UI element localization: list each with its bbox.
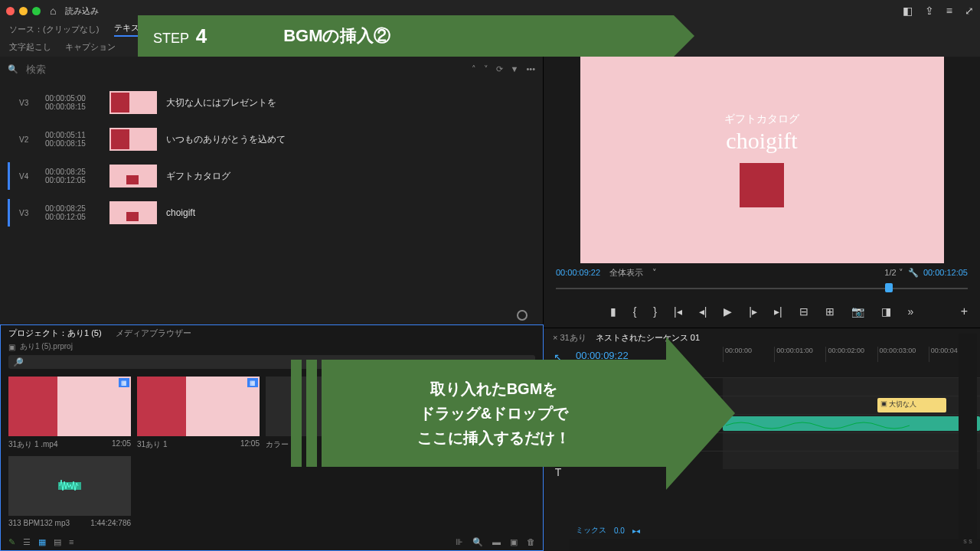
wrench-icon[interactable]: 🔧 bbox=[908, 268, 919, 277]
hand-tool-icon[interactable]: ✋ bbox=[552, 443, 565, 455]
timeline-track-a3[interactable]: A3MS🎤 bbox=[570, 451, 980, 469]
menu-icon[interactable]: ≡ bbox=[946, 5, 952, 17]
track-select-icon[interactable]: ⇥ bbox=[554, 374, 563, 386]
timeline-track-v1[interactable]: V1⊡ ▣ 大切な人 bbox=[570, 396, 980, 414]
project-tab[interactable]: プロジェクト：あり1 (5) bbox=[8, 328, 102, 339]
export-frame-icon[interactable]: 📷 bbox=[851, 305, 864, 318]
trash-icon[interactable]: 🗑 bbox=[527, 537, 535, 547]
project-search[interactable]: 🔎 ▭ bbox=[8, 355, 535, 369]
chevron-down-icon[interactable]: ˅ bbox=[899, 268, 903, 277]
mic-icon[interactable]: 🎤 bbox=[616, 456, 626, 465]
workspace-icon[interactable]: ◧ bbox=[903, 5, 913, 17]
project-grid: ▦31あり 1 .mp412:05▦31あり 112:05カラーネストされたシー… bbox=[1, 370, 543, 533]
program-video: ギフトカタログ choigift bbox=[580, 57, 944, 263]
source-none-tab[interactable]: ソース：(クリップなし) bbox=[9, 24, 99, 35]
go-out-icon[interactable]: ▸| bbox=[774, 305, 782, 318]
timeline-track-a2[interactable]: A2MS🎤 bbox=[570, 432, 980, 451]
lift-icon[interactable]: ⊟ bbox=[799, 305, 808, 318]
caption-scrubber[interactable] bbox=[0, 306, 543, 324]
transcribe-tab[interactable]: 文字起こし bbox=[9, 41, 51, 53]
add-marker-icon[interactable]: ▮ bbox=[610, 305, 616, 318]
pen-tool-icon[interactable]: ✎ bbox=[554, 420, 563, 432]
timeline-track-a1[interactable]: A1MS🎤 bbox=[570, 414, 980, 432]
new-item-icon[interactable]: ▣ bbox=[510, 537, 518, 547]
program-scale[interactable]: 1/2 bbox=[884, 268, 896, 277]
timeline-track-v2[interactable]: V2⊡ bbox=[570, 377, 980, 396]
loading-label: 読み込み bbox=[65, 5, 99, 17]
program-timecode-left[interactable]: 00:00:09:22 bbox=[556, 268, 600, 277]
freeform-icon[interactable]: ▤ bbox=[54, 537, 61, 547]
mark-in-icon[interactable]: { bbox=[633, 305, 637, 318]
project-item[interactable]: ▦31あり 1 .mp412:05 bbox=[8, 377, 131, 450]
program-slider[interactable] bbox=[556, 282, 968, 295]
settings-icon[interactable]: ⚙ bbox=[616, 364, 624, 376]
playhead-icon[interactable] bbox=[885, 283, 893, 292]
ripple-icon[interactable]: ✂ bbox=[554, 397, 563, 409]
chevron-down-icon[interactable]: ˅ bbox=[652, 268, 657, 278]
maximize-window[interactable] bbox=[32, 7, 41, 15]
timeline-ruler[interactable]: 00:00:0000:00:01:0000:00:02:0000:00:03:0… bbox=[723, 347, 980, 362]
link-icon[interactable]: ⌇ bbox=[597, 364, 601, 376]
bin-icon[interactable]: ▣ bbox=[8, 343, 15, 351]
list-view-icon[interactable]: ☰ bbox=[23, 537, 31, 547]
close-window[interactable] bbox=[6, 7, 15, 15]
timeline-tab-2[interactable]: ネストされたシーケンス 01 bbox=[596, 332, 700, 344]
timeline-timecode[interactable]: 00:00:09:22 bbox=[576, 350, 717, 361]
extract-icon[interactable]: ⊞ bbox=[825, 305, 835, 318]
search-icon[interactable]: 🔍 bbox=[8, 64, 18, 74]
more-icon[interactable]: ••• bbox=[526, 64, 535, 73]
transport-controls: ▮ { } |◂ ◂| ▶ |▸ ▸| ⊟ ⊞ 📷 ◨ » + bbox=[556, 295, 968, 328]
media-browser-tab[interactable]: メディアブラウザー bbox=[116, 328, 191, 339]
marker-nav-icon[interactable]: ◆ bbox=[606, 364, 612, 376]
automate-icon[interactable]: ⊪ bbox=[456, 537, 463, 547]
caption-item[interactable]: V3 00:00:08:2500:00:12:05 choigift bbox=[0, 194, 543, 231]
add-button-icon[interactable]: + bbox=[961, 305, 968, 318]
more-transport-icon[interactable]: » bbox=[908, 305, 914, 318]
filter-icon[interactable]: ▼ bbox=[511, 64, 519, 73]
mic-icon[interactable]: 🎤 bbox=[616, 419, 626, 428]
mix-label: ミックス bbox=[576, 525, 606, 536]
caption-item[interactable]: V4 00:00:08:2500:00:12:05 ギフトカタログ bbox=[0, 158, 543, 194]
fullscreen-icon[interactable]: ⤢ bbox=[965, 5, 974, 17]
mark-out-icon[interactable]: } bbox=[653, 305, 657, 318]
program-zoom[interactable]: 全体表示 bbox=[609, 267, 643, 279]
audio-meters: s s bbox=[959, 334, 977, 548]
home-icon[interactable]: ⌂ bbox=[50, 5, 56, 17]
mix-value[interactable]: 0.0 bbox=[614, 527, 625, 535]
find-icon[interactable]: 🔍 bbox=[472, 537, 483, 547]
caption-tab[interactable]: キャプション bbox=[65, 41, 116, 53]
icon-view-icon[interactable]: ▦ bbox=[38, 537, 46, 547]
step-back-icon[interactable]: ◂| bbox=[699, 305, 707, 318]
go-in-icon[interactable]: |◂ bbox=[674, 305, 682, 318]
step-fwd-icon[interactable]: |▸ bbox=[749, 305, 757, 318]
mic-icon[interactable]: 🎤 bbox=[616, 438, 626, 446]
project-item[interactable]: ▦31あり 112:05 bbox=[137, 377, 260, 450]
selection-tool-icon[interactable]: ↖ bbox=[554, 351, 563, 364]
timeline-scrollbar[interactable] bbox=[570, 539, 980, 551]
refresh-icon[interactable]: ⟳ bbox=[496, 64, 503, 74]
program-timecode-right[interactable]: 00:00:12:05 bbox=[923, 268, 968, 277]
sort-icon[interactable]: ≡ bbox=[69, 537, 74, 546]
timeline-tab-1[interactable]: × 31あり bbox=[553, 332, 586, 344]
project-item[interactable]: 313 BPM132 mp31:44:24:786 bbox=[8, 456, 131, 527]
snap-icon[interactable]: �磁 bbox=[576, 364, 593, 376]
new-bin-icon[interactable]: ▬ bbox=[492, 537, 501, 547]
project-item[interactable]: ネストされたシーケンス 0112:06 bbox=[394, 377, 517, 450]
project-panel: プロジェクト：あり1 (5) メディアブラウザー ▣ あり1 (5).prpro… bbox=[0, 324, 544, 551]
project-item[interactable]: カラー bbox=[266, 377, 388, 450]
caption-item[interactable]: V2 00:00:05:1100:00:08:15 いつものありがとうを込めて bbox=[0, 121, 543, 158]
caption-item[interactable]: V3 00:00:05:0000:00:08:15 大切な人にはプレゼントを bbox=[0, 84, 543, 121]
caption-search-input[interactable] bbox=[26, 64, 464, 75]
pen-icon[interactable]: ✎ bbox=[8, 537, 15, 547]
share-icon[interactable]: ⇪ bbox=[925, 5, 934, 17]
minimize-window[interactable] bbox=[19, 7, 28, 15]
folder-icon[interactable]: ▭ bbox=[523, 357, 531, 367]
prev-icon[interactable]: ˄ bbox=[472, 64, 476, 74]
type-tool-icon[interactable]: T bbox=[555, 466, 562, 478]
video-clip[interactable]: ▣ 大切な人 bbox=[877, 398, 946, 412]
next-icon[interactable]: ˅ bbox=[484, 64, 488, 74]
audio-clip[interactable] bbox=[723, 416, 980, 431]
play-icon[interactable]: ▶ bbox=[724, 305, 732, 318]
compare-icon[interactable]: ◨ bbox=[881, 305, 891, 318]
expand-icon[interactable]: ▸◂ bbox=[632, 527, 640, 535]
